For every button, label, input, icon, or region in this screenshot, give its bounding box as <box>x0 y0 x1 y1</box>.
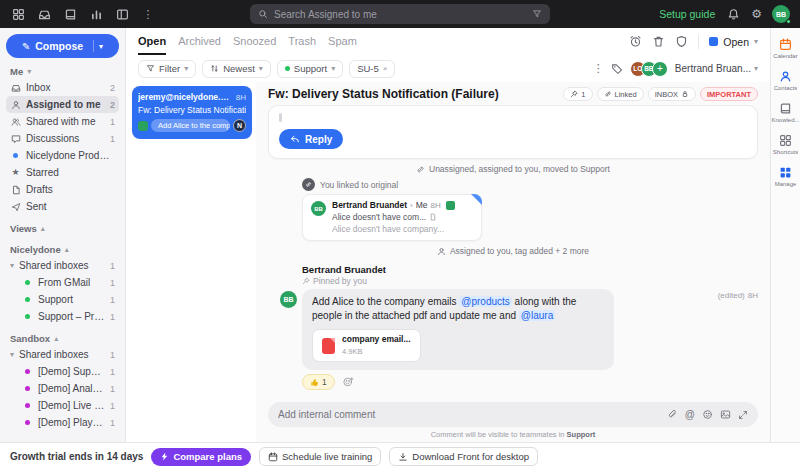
trash-icon[interactable] <box>652 35 665 48</box>
comment-input[interactable]: Add internal comment @ <box>268 402 758 427</box>
shield-icon[interactable] <box>675 35 688 48</box>
sidebar-group-shared-inboxes-org[interactable]: ▾ Shared inboxes1 <box>6 257 119 274</box>
add-reaction-icon[interactable] <box>342 376 354 388</box>
search-input[interactable]: Search Assigned to me <box>250 4 550 24</box>
remove-tag-icon[interactable]: × <box>383 64 388 73</box>
status-dropdown[interactable]: Open ▾ <box>709 36 758 48</box>
important-badge[interactable]: IMPORTANT <box>700 87 758 101</box>
reply-button[interactable]: Reply <box>279 129 343 149</box>
apps-grid-icon[interactable] <box>10 6 26 22</box>
conversation-more-icon[interactable]: ⋮ <box>593 63 604 74</box>
sidebar-item-discussions[interactable]: Discussions1 <box>6 130 119 147</box>
sidebar-item-demo-support[interactable]: [Demo] Support1 <box>6 363 119 380</box>
emoji-icon[interactable] <box>702 409 713 420</box>
list-item-subject: Fw: Delivery Status Notificatio... <box>138 105 246 115</box>
divider <box>698 35 699 49</box>
section-nicelydone[interactable]: Nicelydone▴ <box>6 241 119 257</box>
assignee-dropdown[interactable]: Bertrand Bruan... ▾ <box>675 63 758 74</box>
inbox-badge[interactable]: INBOX <box>648 87 696 101</box>
compare-plans-button[interactable]: Compare plans <box>151 448 251 466</box>
compose-chevron-icon[interactable]: ▾ <box>99 42 103 51</box>
sidebar-item-drafts[interactable]: Drafts <box>6 181 119 198</box>
section-sandbox[interactable]: Sandbox▴ <box>6 330 119 346</box>
comment-row: BB Add Alice to the company emails @prod… <box>280 289 758 370</box>
lightning-icon <box>160 452 169 461</box>
contacts-nav-icon[interactable] <box>62 6 78 22</box>
linked-conversation-card[interactable]: BB Bertrand Bruandet › Me 8H <box>302 194 482 241</box>
sidebar-group-shared-inboxes-sandbox[interactable]: ▾ Shared inboxes1 <box>6 346 119 363</box>
notifications-bell-icon[interactable] <box>725 6 741 22</box>
avatar-bb: BB <box>280 291 297 308</box>
tag-icon[interactable] <box>611 63 623 75</box>
thumbs-up-reaction[interactable]: 1 <box>302 374 335 390</box>
conversation-list-item[interactable]: jeremy@nicelydone.club 8H Fw: Delivery S… <box>132 86 252 139</box>
mention-icon[interactable]: @ <box>685 410 695 420</box>
sidebar-item-inbox[interactable]: Inbox2 <box>6 79 119 96</box>
analytics-nav-icon[interactable] <box>88 6 104 22</box>
rail-item-knowledge[interactable]: Knowled... <box>771 102 800 123</box>
add-participant-icon[interactable]: + <box>652 61 668 77</box>
setup-guide-link[interactable]: Setup guide <box>659 8 715 20</box>
sidebar-item-demo-analytics[interactable]: [Demo] Analytics1 <box>6 380 119 397</box>
panels-nav-icon[interactable] <box>114 6 130 22</box>
sort-button[interactable]: Newest ▾ <box>202 60 271 78</box>
sidebar-item-shared-with-me[interactable]: Shared with me1 <box>6 113 119 130</box>
chevron-right-icon: › <box>410 201 413 210</box>
person-icon <box>437 247 446 256</box>
linked-note: You linked to original <box>302 178 758 191</box>
section-views[interactable]: Views▴ <box>6 220 119 236</box>
comment-bubble[interactable]: Add Alice to the company emails @product… <box>302 289 614 370</box>
user-avatar-initials: BB <box>776 11 786 18</box>
section-me[interactable]: Me▾ <box>6 63 119 79</box>
pinned-by-you: Pinned by you <box>302 276 758 286</box>
sidebar-item-assigned-to-me[interactable]: Assigned to me2 <box>6 96 119 113</box>
sidebar-item-nicelydone-products[interactable]: Nicelydone Products <box>6 147 119 164</box>
green-dot-icon <box>285 66 290 71</box>
sidebar-item-support[interactable]: Support1 <box>6 291 119 308</box>
tag-chip-su5[interactable]: SU-5 × <box>349 60 395 78</box>
email-message-card[interactable]: Reply <box>268 105 758 159</box>
tab-open[interactable]: Open <box>138 28 166 55</box>
inbox-filter-support[interactable]: Support ▾ <box>277 60 343 78</box>
user-avatar[interactable]: BB <box>772 5 790 23</box>
tab-trash[interactable]: Trash <box>288 28 316 55</box>
sidebar-item-support-priority[interactable]: Support – Priority1 <box>6 308 119 325</box>
pinned-badge[interactable]: 1 <box>563 87 592 101</box>
manage-grid-icon <box>779 166 792 179</box>
rail-item-shortcuts[interactable]: Shortcuts <box>771 134 800 155</box>
compose-button[interactable]: ✎ Compose ▾ <box>6 34 119 58</box>
sidebar-item-demo-live-chat[interactable]: [Demo] Live Chat1 <box>6 397 119 414</box>
tab-spam[interactable]: Spam <box>328 28 357 55</box>
rail-item-calendar[interactable]: Calendar <box>771 38 800 59</box>
contacts-icon <box>779 70 792 83</box>
sidebar-item-starred[interactable]: ★ Starred <box>6 164 119 181</box>
pencil-icon: ✎ <box>22 41 30 52</box>
filter-button[interactable]: Filter ▾ <box>138 60 196 78</box>
mention-products[interactable]: @products <box>459 296 512 307</box>
more-nav-icon[interactable]: ⋮ <box>140 6 156 22</box>
pin-icon <box>570 90 578 98</box>
sidebar-item-demo-playground[interactable]: [Demo] Playground1 <box>6 414 119 431</box>
sidebar-item-sent[interactable]: Sent <box>6 198 119 215</box>
linked-badge[interactable]: Linked <box>597 87 644 101</box>
inbox-nav-icon[interactable] <box>36 6 52 22</box>
settings-gear-icon[interactable]: ⚙ <box>751 8 762 20</box>
snooze-clock-icon[interactable] <box>629 35 642 48</box>
rail-item-manage[interactable]: Manage <box>771 166 800 187</box>
attachment-card[interactable]: company email... 4.9KB <box>312 329 421 362</box>
rail-item-contacts[interactable]: Contacts <box>771 70 800 91</box>
sidebar-item-from-gmail[interactable]: From GMail1 <box>6 274 119 291</box>
paperclip-icon[interactable] <box>667 409 678 420</box>
pinned-comment-chip[interactable]: Add Alice to the compa... <box>151 119 230 132</box>
image-icon[interactable] <box>720 409 731 420</box>
schedule-training-button[interactable]: Schedule live training <box>259 447 381 466</box>
quoted-text-indicator[interactable] <box>279 113 282 122</box>
expand-icon[interactable] <box>738 410 748 420</box>
mention-laura[interactable]: @laura <box>519 310 555 321</box>
tab-archived[interactable]: Archived <box>178 28 221 55</box>
download-desktop-button[interactable]: Download Front for desktop <box>389 447 538 466</box>
search-filter-icon[interactable] <box>532 9 542 19</box>
link-circle-icon <box>302 178 315 191</box>
right-rail: Calendar Contacts Knowled... Shortcuts M… <box>770 28 800 442</box>
tab-snoozed[interactable]: Snoozed <box>233 28 276 55</box>
